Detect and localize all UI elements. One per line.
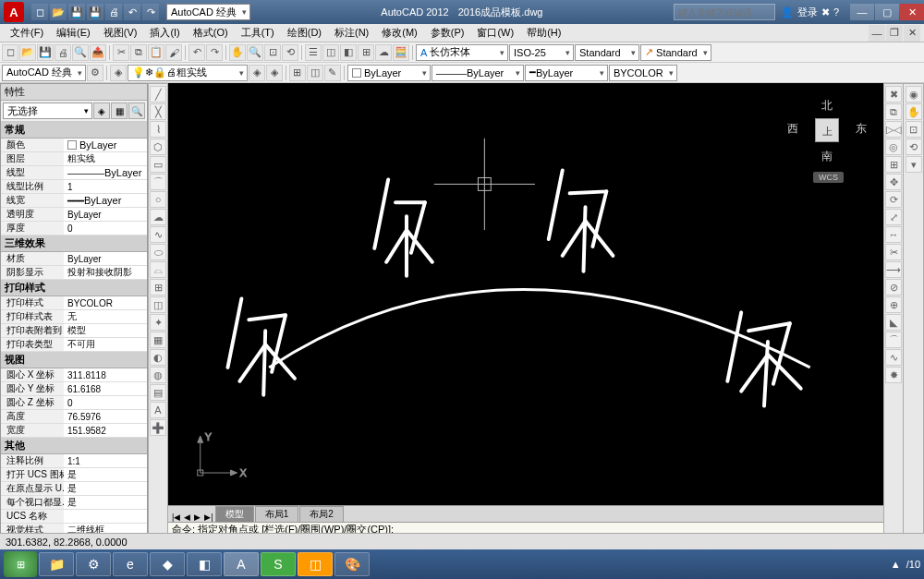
prop-cy[interactable]: 61.6168 [64,382,147,395]
point-icon[interactable]: ✦ [150,314,166,331]
layer-icon[interactable]: ◈ [110,65,127,81]
minimize-button[interactable]: — [850,4,874,20]
menu-draw[interactable]: 绘图(D) [281,24,328,42]
help-search[interactable] [674,4,775,20]
zoom-prev-icon[interactable]: ⟲ [282,44,298,61]
prop-color[interactable]: ByLayer [64,139,147,151]
linetype-combo[interactable]: ——— ByLayer [432,65,524,81]
prop-ucsorigin[interactable]: 是 [64,482,147,495]
offset-icon[interactable]: ◎ [885,139,902,155]
menu-modify[interactable]: 修改(M) [375,24,424,42]
prop-cx[interactable]: 311.8118 [64,368,147,381]
dimstyle-combo[interactable]: ISO-25 [509,44,574,61]
lineweight-combo[interactable]: ━ ByLayer [525,65,608,81]
menu-window[interactable]: 窗口(W) [470,24,520,42]
doc-restore-icon[interactable]: ❐ [886,25,903,42]
menu-edit[interactable]: 编辑(E) [50,24,97,42]
fillet-icon[interactable]: ⌒ [885,332,902,348]
tablestyle-combo[interactable]: Standard [575,44,639,61]
color-combo[interactable]: ByLayer [347,65,431,81]
signin-icon[interactable]: 👤 [781,6,794,18]
circle-icon[interactable]: ○ [150,191,166,208]
section-general[interactable]: 常规 [1,122,147,139]
prop-pstype[interactable]: 不可用 [64,338,147,351]
new-icon[interactable]: ◻ [2,44,18,61]
orbit-icon[interactable]: ⟲ [906,139,922,155]
tab-first-icon[interactable]: |◀ [170,513,182,522]
prop-height[interactable]: 76.5976 [64,410,147,423]
menu-insert[interactable]: 插入(I) [143,24,186,42]
break-icon[interactable]: ⊘ [885,279,902,296]
task-app2[interactable]: ◧ [187,552,222,576]
prop-pstyle[interactable]: BYCOLOR [64,296,147,309]
hatch-icon[interactable]: ▦ [150,332,166,348]
gradient-icon[interactable]: ◐ [150,349,166,366]
prop-transparency[interactable]: ByLayer [64,208,147,221]
prop-lweight[interactable]: ━━━ ByLayer [64,194,147,207]
markup-icon[interactable]: ☁ [375,44,392,61]
props-selector[interactable]: 无选择 [3,103,92,119]
mirror-icon[interactable]: ▷◁ [885,121,902,138]
tray-icon[interactable]: ▲ [891,559,901,570]
textstyle-combo[interactable]: A 长仿宋体 [416,44,508,61]
prop-thickness[interactable]: 0 [64,222,147,235]
doc-close-icon[interactable]: ✕ [904,25,920,42]
line-icon[interactable]: ╱ [150,86,166,103]
mleaderstyle-combo[interactable]: ↗ Standard [640,44,711,61]
menu-tools[interactable]: 工具(T) [235,24,281,42]
tab-layout1[interactable]: 布局1 [255,506,299,522]
addselected-icon[interactable]: ➕ [150,419,166,436]
app-icon[interactable]: A [4,2,24,22]
help-icon[interactable]: ? [833,6,839,18]
prop-layer[interactable]: 粗实线 [64,152,147,165]
insert-icon[interactable]: ⊞ [289,65,306,81]
layerprev-icon[interactable]: ◈ [266,65,283,81]
close-button[interactable]: ✕ [900,4,924,20]
zoomext-icon[interactable]: ⊡ [906,121,922,138]
mtext-icon[interactable]: A [150,402,166,418]
prop-linetype[interactable]: ———— ByLayer [64,166,147,179]
explode-icon[interactable]: ✸ [885,367,902,383]
undo-icon[interactable]: ↶ [124,4,140,20]
rotate-icon[interactable]: ⟳ [885,191,902,208]
move-icon[interactable]: ✥ [885,174,902,190]
prop-annoscale[interactable]: 1:1 [64,454,147,467]
section-plotstyle[interactable]: 打印样式 [1,280,147,296]
pan-icon[interactable]: ✋ [906,103,922,120]
block-icon[interactable]: ◫ [307,65,323,81]
task-paint[interactable]: 🎨 [334,552,370,576]
cut-icon[interactable]: ✂ [113,44,129,61]
task-app1[interactable]: ◆ [150,552,185,576]
ssm-icon[interactable]: ⊞ [358,44,374,61]
pickadd-icon[interactable]: ◈ [93,103,110,119]
maximize-button[interactable]: ▢ [875,4,899,20]
workspace-combo2[interactable]: AutoCAD 经典 [2,65,86,81]
copy-icon[interactable]: ⧉ [885,103,902,120]
section-3dfx[interactable]: 三维效果 [1,235,147,252]
polygon-icon[interactable]: ⬡ [150,139,166,155]
menu-parametric[interactable]: 参数(P) [424,24,471,42]
view-cube[interactable]: 北 西 上 东 南 WCS [785,90,869,183]
start-button[interactable]: ⊞ [4,551,37,577]
region-icon[interactable]: ◍ [150,367,166,383]
bedit-icon[interactable]: ✎ [324,65,341,81]
task-control[interactable]: ⚙ [76,552,111,576]
save-icon[interactable]: 💾 [37,44,54,61]
new-icon[interactable]: ◻ [31,4,48,20]
prop-width[interactable]: 151.9582 [64,424,147,437]
copy-icon[interactable]: ⧉ [130,44,147,61]
insert-icon[interactable]: ⊞ [150,279,166,296]
prop-ucsname[interactable] [64,510,147,523]
pline-icon[interactable]: ⌇ [150,121,166,138]
ellipse-icon[interactable]: ⬭ [150,244,166,260]
paste-icon[interactable]: 📋 [148,44,164,61]
preview-icon[interactable]: 🔍 [72,44,89,61]
prop-cz[interactable]: 0 [64,396,147,409]
plotstyle-combo[interactable]: BYCOLOR [609,65,677,81]
tab-layout2[interactable]: 布局2 [299,506,344,522]
erase-icon[interactable]: ✖ [885,86,902,103]
system-tray[interactable]: ▲ /10 [891,559,920,570]
tab-next-icon[interactable]: ▶ [192,513,202,522]
extend-icon[interactable]: ⟶ [885,261,902,278]
stretch-icon[interactable]: ↔ [885,226,902,243]
